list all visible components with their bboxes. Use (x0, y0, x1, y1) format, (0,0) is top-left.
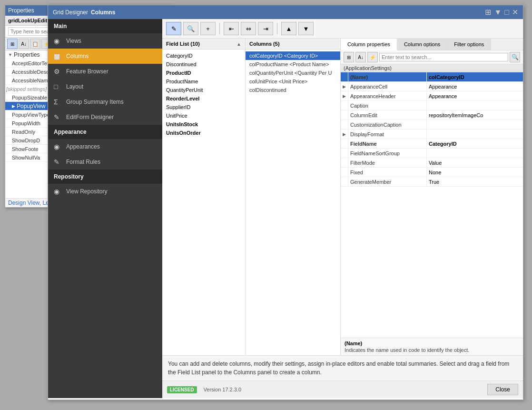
list-item[interactable]: UnitPrice (162, 111, 245, 120)
list-item[interactable]: QuantityPerUnit (162, 86, 245, 94)
align-center-button[interactable]: ⇔ (241, 22, 256, 35)
grid-icon[interactable]: ⊞ (485, 8, 491, 17)
list-item[interactable]: ProductID (162, 69, 245, 77)
list-item[interactable]: UnitsInStock (162, 120, 245, 129)
grid-designer-toolbar: ✎ 🔍 + ⇤ ⇔ ⇥ ▲ ▼ (162, 19, 523, 39)
pr-row-fieldname[interactable]: FieldName CategoryID (341, 139, 523, 149)
pr-row-generatemember[interactable]: GenerateMember True (341, 177, 523, 187)
sidebar-columns-label: Columns (66, 53, 89, 60)
sidebar-view-repository-label: View Repository (66, 188, 107, 195)
views-icon: ◉ (54, 37, 62, 45)
list-item[interactable]: CategoryID (162, 51, 245, 60)
pr-row-customization-caption[interactable]: CustomizationCaption (341, 120, 523, 130)
sidebar-editform-label: EditForm Designer (66, 114, 114, 120)
layout-icon: □ (54, 83, 62, 90)
field-list-header: Field List (10) ▲ (162, 39, 245, 50)
group-summary-icon: Σ (54, 98, 62, 106)
tab-column-options[interactable]: Column options (397, 39, 447, 50)
field-list-title: Field List (10) (166, 41, 200, 47)
info-text: You can add and delete columns, modify t… (168, 360, 509, 376)
sidebar-main-header: Main (48, 19, 162, 33)
description-text: Indicates the name used in code to ident… (345, 347, 519, 353)
column-properties-panel: Column properties Column options Filter … (341, 39, 523, 355)
column-props-search-button[interactable]: 🔍 (510, 52, 520, 62)
pr-row-filtermode[interactable]: FilterMode Value (341, 158, 523, 168)
table-row[interactable]: colCategoryID <Category ID> (246, 51, 340, 60)
sidebar-item-editform[interactable]: ✎ EditForm Designer (48, 110, 162, 125)
properties-title: Properties (8, 7, 34, 14)
list-item[interactable]: ReorderLevel (162, 94, 245, 103)
grid-designer-title: Grid Designer Columns (53, 9, 115, 16)
pr-row-display-format[interactable]: ▶ DisplayFormat (341, 130, 523, 139)
pr-row-column-edit[interactable]: ColumnEdit repositoryItemImageCo (341, 110, 523, 120)
maximize-button[interactable]: □ (504, 8, 509, 17)
grid-designer-title-section: Columns (91, 9, 115, 16)
sidebar-item-format-rules[interactable]: ✎ Format Rules (48, 154, 162, 170)
app-settings-section: (ApplicationSettings) (341, 64, 523, 72)
toolbar-separator-1 (219, 23, 220, 34)
sidebar-item-view-repository[interactable]: ◉ View Repository (48, 184, 162, 199)
field-list-collapse-arrow[interactable]: ▲ (236, 41, 241, 47)
pr-row-caption[interactable]: Caption (341, 101, 523, 110)
sidebar-item-feature-browser[interactable]: ⚙ Feature Browser (48, 64, 162, 79)
move-down-button[interactable]: ▼ (298, 22, 314, 35)
grid-designer-main: ✎ 🔍 + ⇤ ⇔ ⇥ ▲ ▼ Field List (10) ▲ (162, 19, 523, 398)
alphabetical-btn[interactable]: A↓ (355, 52, 366, 62)
list-item[interactable]: Discontinued (162, 60, 245, 69)
table-row[interactable]: colDiscontinued (246, 86, 340, 94)
move-up-button[interactable]: ▲ (281, 22, 296, 35)
align-left-button[interactable]: ⇤ (224, 22, 239, 35)
tab-filter-options[interactable]: Filter options (447, 39, 491, 50)
sidebar-item-appearances[interactable]: ◉ Appearances (48, 139, 162, 154)
sidebar-format-rules-label: Format Rules (66, 159, 100, 165)
tab-column-properties[interactable]: Column properties (341, 39, 397, 50)
events-btn[interactable]: ⚡ (367, 52, 378, 62)
grid-designer-titlebar-buttons: ⊞ ▼ □ ✕ (485, 8, 518, 17)
table-row[interactable]: colQuantityPerUnit <Quantity Per U (246, 69, 340, 77)
search-column-button[interactable]: 🔍 (183, 22, 198, 35)
list-item[interactable]: ProductName (162, 77, 245, 86)
column-props-search-input[interactable] (379, 53, 508, 61)
align-right-button[interactable]: ⇥ (258, 22, 273, 35)
toolbar-separator-2 (277, 23, 277, 34)
prop-pages-button[interactable]: 📋 (30, 39, 40, 49)
appearances-icon: ◉ (54, 143, 62, 150)
table-row[interactable]: colUnitPrice <Unit Price> (246, 77, 340, 86)
grid-designer-footer: LICENSED Version 17.2.3.0 Close (162, 380, 523, 398)
grid-designer-panel: Grid Designer Columns ⊞ ▼ □ ✕ Main ◉ Vie… (48, 5, 523, 400)
grid-designer-panels: Field List (10) ▲ CategoryID Discontinue… (162, 39, 523, 355)
format-rules-icon: ✎ (54, 158, 62, 166)
sidebar-feature-browser-label: Feature Browser (66, 68, 108, 75)
alphabetical-view-button[interactable]: A↓ (19, 39, 29, 49)
edit-column-button[interactable]: ✎ (166, 22, 181, 35)
grid-designer-title-main: Grid Designer (53, 9, 88, 16)
list-item[interactable]: UnitsOnOrder (162, 129, 245, 137)
add-column-button[interactable]: + (200, 22, 216, 35)
pr-row-appearance-cell[interactable]: ▶ AppearanceCell Appearance (341, 82, 523, 91)
pr-row-fieldname-sortgroup[interactable]: FieldNameSortGroup (341, 149, 523, 158)
sidebar-item-views[interactable]: ◉ Views (48, 33, 162, 49)
close-gd-button[interactable]: ✕ (512, 8, 518, 17)
editform-icon: ✎ (54, 113, 62, 121)
field-list-panel: Field List (10) ▲ CategoryID Discontinue… (162, 39, 246, 355)
sidebar-item-columns[interactable]: ▦ Columns (48, 49, 162, 64)
sidebar-item-group-summary[interactable]: Σ Group Summary Items (48, 94, 162, 110)
version-text: Version 17.2.3.0 (204, 387, 242, 392)
table-row[interactable]: colProductName <Product Name> (246, 60, 340, 69)
design-view-link[interactable]: Design View, Lea (8, 200, 52, 206)
categorized-btn[interactable]: ⊞ (344, 52, 354, 62)
sidebar-item-layout[interactable]: □ Layout (48, 79, 162, 94)
columns-panel: Columns (5) colCategoryID <Category ID> … (246, 39, 341, 355)
pr-row-appearance-header[interactable]: ▶ AppearanceHeader Appearance (341, 91, 523, 101)
pr-row-fixed[interactable]: Fixed None (341, 168, 523, 177)
sidebar-views-label: Views (66, 38, 81, 44)
list-item[interactable]: SupplierID (162, 103, 245, 111)
description-title: (Name) (345, 340, 519, 346)
pr-row-name[interactable]: (Name) colCategoryID (341, 72, 523, 82)
field-list: CategoryID Discontinued ProductID Produc… (162, 50, 245, 355)
categorized-view-button[interactable]: ⊞ (7, 39, 18, 49)
view-repository-icon: ◉ (54, 188, 62, 195)
grid-designer-titlebar: Grid Designer Columns ⊞ ▼ □ ✕ (48, 5, 523, 19)
close-button[interactable]: Close (487, 384, 518, 395)
titlebar-dropdown-icon[interactable]: ▼ (494, 8, 502, 17)
